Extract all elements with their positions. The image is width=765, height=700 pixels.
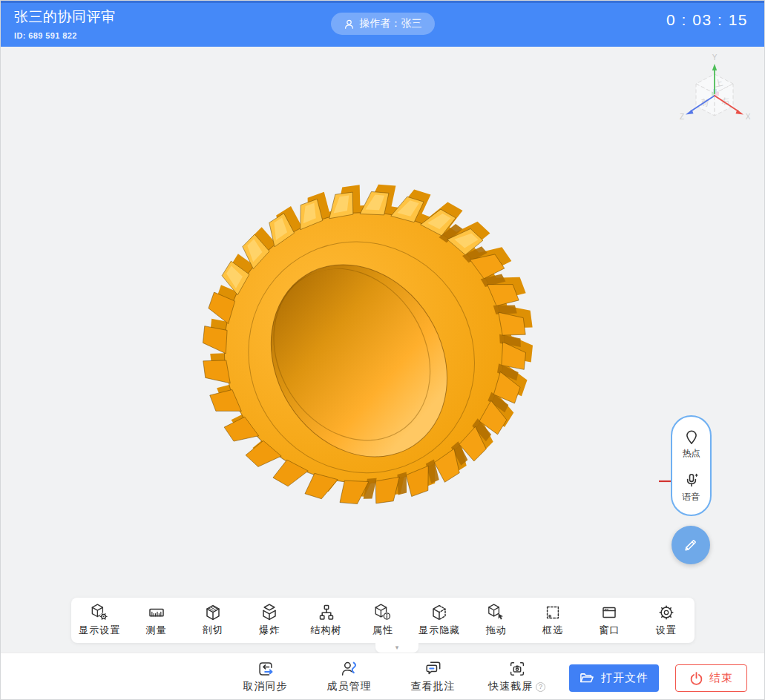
tool-section[interactable]: 剖切 <box>185 604 241 637</box>
tool-measure[interactable]: 测量 <box>128 604 184 637</box>
page-title: 张三的协同评审 <box>14 7 116 27</box>
box-select-icon <box>544 604 562 621</box>
tool-label: 结构树 <box>311 624 342 637</box>
tool-drag[interactable]: 拖动 <box>468 604 525 637</box>
operator-label: 操作者：张三 <box>360 17 422 30</box>
action-label: 成员管理 <box>327 680 372 693</box>
voice-label: 语音 <box>683 491 700 503</box>
svg-text:Z: Z <box>680 113 684 121</box>
tool-label: 剖切 <box>203 624 223 637</box>
collab-review-window: 张三的协同评审 ID: 689 591 822 操作者：张三 0 : 03 : … <box>0 0 765 700</box>
tree-icon <box>318 604 335 621</box>
tool-window[interactable]: 窗口 <box>581 604 637 637</box>
tool-label: 爆炸 <box>259 624 280 637</box>
model-toolbar: 显示设置 测量 <box>71 598 695 643</box>
open-file-button[interactable]: 打开文件 <box>569 664 659 692</box>
pin-icon <box>683 428 700 446</box>
ruler-icon <box>148 604 165 621</box>
tool-label: 属性 <box>372 624 393 637</box>
window-icon <box>600 604 618 621</box>
model-viewport[interactable]: 上 前 右 Y Z X <box>1 47 764 655</box>
hotspot-label: 热点 <box>683 447 700 460</box>
header-bar: 张三的协同评审 ID: 689 591 822 操作者：张三 0 : 03 : … <box>1 1 764 47</box>
pencil-icon <box>681 535 700 555</box>
action-label: 取消同步 <box>243 680 288 693</box>
tool-label: 框选 <box>542 624 563 637</box>
operator-badge: 操作者：张三 <box>331 13 435 35</box>
tool-label: 显示设置 <box>79 624 120 637</box>
tool-settings[interactable]: 设置 <box>638 604 695 637</box>
chevron-down-icon: ▾ <box>395 644 399 651</box>
cube-info-icon <box>374 604 392 621</box>
cube-gear-icon <box>91 604 108 621</box>
section-cube-icon <box>204 604 222 621</box>
toolbar-collapse-tab[interactable]: ▾ <box>375 643 418 653</box>
tool-label: 测量 <box>146 624 167 637</box>
end-session-button[interactable]: 结束 <box>675 664 747 692</box>
session-timer: 0 : 03 : 15 <box>666 11 748 29</box>
bottom-actions: 取消同步 成员管理 查看批注 <box>223 653 559 699</box>
action-label: 快速截屏 <box>488 680 533 693</box>
bottom-action-bar: 取消同步 成员管理 查看批注 <box>1 653 764 699</box>
gear-model[interactable] <box>183 168 550 527</box>
member-management-button[interactable]: 成员管理 <box>307 653 391 699</box>
cancel-sync-button[interactable]: 取消同步 <box>223 653 307 699</box>
sync-cancel-icon <box>256 659 275 678</box>
explode-cube-icon <box>260 604 278 621</box>
tool-label: 拖动 <box>486 624 507 637</box>
cube-drag-icon <box>487 604 505 621</box>
cube-dashed-icon <box>430 604 448 621</box>
gear-icon <box>657 604 675 621</box>
members-icon <box>340 659 359 678</box>
tool-explode[interactable]: 爆炸 <box>241 604 298 637</box>
tool-label: 设置 <box>656 624 677 637</box>
view-cube[interactable]: 上 前 右 Y Z X <box>676 50 754 135</box>
svg-text:Y: Y <box>712 53 718 62</box>
open-file-label: 打开文件 <box>601 671 649 685</box>
quick-screenshot-button[interactable]: 快速截屏 ? <box>475 653 559 699</box>
open-folder-icon <box>580 672 594 684</box>
annotation-side-panel: 热点 语音 <box>671 415 712 516</box>
hotspot-button[interactable]: 热点 <box>683 428 700 460</box>
view-annotations-button[interactable]: 查看批注 <box>391 653 475 699</box>
end-label: 结束 <box>709 671 733 685</box>
power-icon <box>689 671 703 685</box>
tool-display-settings[interactable]: 显示设置 <box>71 604 128 637</box>
svg-text:X: X <box>746 113 751 121</box>
session-id: ID: 689 591 822 <box>14 31 77 40</box>
tool-properties[interactable]: 属性 <box>355 604 411 637</box>
annotation-icon <box>424 659 443 678</box>
tool-structure-tree[interactable]: 结构树 <box>298 604 354 637</box>
tool-box-select[interactable]: 框选 <box>525 604 581 637</box>
voice-button[interactable]: 语音 <box>683 472 700 503</box>
screenshot-icon <box>508 659 527 678</box>
action-label: 查看批注 <box>411 680 456 693</box>
tool-show-hide[interactable]: 显示隐藏 <box>411 604 467 637</box>
tool-label: 窗口 <box>599 624 620 637</box>
tool-label: 显示隐藏 <box>418 624 460 637</box>
mic-plus-icon <box>683 472 700 489</box>
draw-annotation-button[interactable] <box>672 526 710 564</box>
person-icon <box>344 19 355 30</box>
help-icon[interactable]: ? <box>536 682 545 692</box>
